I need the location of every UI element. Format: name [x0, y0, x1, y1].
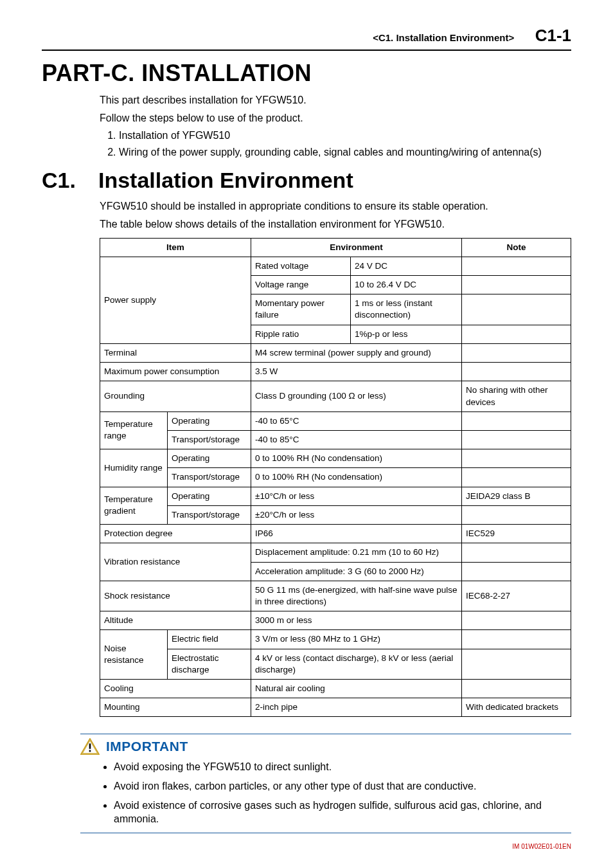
- cell-tgrad-label: Temperature gradient: [100, 487, 168, 524]
- important-item-3: Avoid existence of corrosive gases such …: [114, 799, 571, 826]
- cell-note: [462, 505, 571, 524]
- cell-hum-label: Humidity range: [100, 449, 168, 487]
- table-row: Power supply Rated voltage 24 V DC: [100, 257, 571, 275]
- cell-power-label: Power supply: [100, 257, 251, 343]
- part-step-1: Installation of YFGW510: [119, 129, 571, 143]
- cell-ripple-v: 1%p-p or less: [351, 325, 462, 343]
- cell-hum-op-k: Operating: [168, 449, 251, 468]
- cell-rated-voltage-k: Rated voltage: [251, 257, 351, 275]
- cell-note: [462, 562, 571, 581]
- cell-tgrad-ts-v: ±20°C/h or less: [251, 505, 462, 524]
- cell-cool-k: Cooling: [100, 680, 251, 698]
- th-note: Note: [462, 238, 571, 257]
- cell-note: [462, 363, 571, 381]
- important-rule-top: [80, 734, 571, 734]
- cell-note: [462, 294, 571, 325]
- th-item: Item: [100, 238, 251, 257]
- cell-mount-v: 2-inch pipe: [251, 698, 462, 717]
- page-header: <C1. Installation Environment> C1-1: [42, 26, 571, 51]
- cell-tgrad-ts-k: Transport/storage: [168, 505, 251, 524]
- header-page-number: C1-1: [535, 26, 571, 45]
- section-p1: YFGW510 should be installed in appropria…: [100, 199, 571, 213]
- table-row: Grounding Class D grounding (100 Ω or le…: [100, 381, 571, 411]
- cell-note: [462, 611, 571, 630]
- cell-ground-note: No sharing with other devices: [462, 381, 571, 411]
- cell-voltage-range-k: Voltage range: [251, 276, 351, 294]
- table-row: Temperature gradient Operating ±10°C/h o…: [100, 487, 571, 505]
- part-steps-list: Installation of YFGW510 Wiring of the po…: [100, 129, 571, 159]
- cell-noise-esd-v: 4 kV or less (contact discharge), 8 kV o…: [251, 649, 462, 679]
- cell-note: [462, 343, 571, 362]
- section-number: C1.: [42, 168, 98, 193]
- cell-maxpc-k: Maximum power consumption: [100, 363, 251, 381]
- environment-table: Item Environment Note Power supply Rated…: [100, 238, 571, 718]
- cell-tgrad-op-k: Operating: [168, 487, 251, 505]
- cell-vib-v2: Acceleration amplitude: 3 G (60 to 2000 …: [251, 562, 462, 581]
- table-row: Humidity range Operating 0 to 100% RH (N…: [100, 449, 571, 468]
- cell-hum-ts-k: Transport/storage: [168, 468, 251, 487]
- cell-note: [462, 630, 571, 649]
- cell-prot-k: Protection degree: [100, 525, 251, 543]
- cell-vib-k: Vibration resistance: [100, 543, 251, 581]
- header-chapter-ref: <C1. Installation Environment>: [373, 32, 514, 43]
- cell-maxpc-v: 3.5 W: [251, 363, 462, 381]
- th-environment: Environment: [251, 238, 462, 257]
- table-row: Protection degree IP66 IEC529: [100, 525, 571, 543]
- cell-terminal-k: Terminal: [100, 343, 251, 362]
- cell-noise-label: Noise resistance: [100, 630, 168, 680]
- table-row: Noise resistance Electric field 3 V/m or…: [100, 630, 571, 649]
- cell-note: [462, 430, 571, 449]
- cell-tgrad-op-v: ±10°C/h or less: [251, 487, 462, 505]
- cell-temp-op-k: Operating: [168, 411, 251, 430]
- table-header-row: Item Environment Note: [100, 238, 571, 257]
- part-intro-2: Follow the steps below to use of the pro…: [100, 111, 571, 125]
- cell-noise-ef-v: 3 V/m or less (80 MHz to 1 GHz): [251, 630, 462, 649]
- table-row: Terminal M4 screw terminal (power supply…: [100, 343, 571, 362]
- cell-voltage-range-v: 10 to 26.4 V DC: [351, 276, 462, 294]
- table-row: Temperature range Operating -40 to 65°C: [100, 411, 571, 430]
- table-row: Cooling Natural air cooling: [100, 680, 571, 698]
- important-item-1: Avoid exposing the YFGW510 to direct sun…: [114, 760, 571, 774]
- cell-momentary-v: 1 ms or less (instant disconnection): [351, 294, 462, 325]
- cell-note: [462, 543, 571, 562]
- cell-temp-label: Temperature range: [100, 411, 168, 449]
- table-row: Maximum power consumption 3.5 W: [100, 363, 571, 381]
- cell-tgrad-op-note: JEIDA29 class B: [462, 487, 571, 505]
- cell-terminal-v: M4 screw terminal (power supply and grou…: [251, 343, 462, 362]
- cell-prot-note: IEC529: [462, 525, 571, 543]
- table-row: Mounting 2-inch pipe With dedicated brac…: [100, 698, 571, 717]
- part-intro-1: This part describes installation for YFG…: [100, 93, 571, 107]
- cell-note: [462, 649, 571, 679]
- cell-hum-op-v: 0 to 100% RH (No condensation): [251, 449, 462, 468]
- important-callout: IMPORTANT Avoid exposing the YFGW510 to …: [80, 734, 571, 833]
- cell-note: [462, 325, 571, 343]
- cell-note: [462, 276, 571, 294]
- cell-ripple-k: Ripple ratio: [251, 325, 351, 343]
- part-title: PART-C. INSTALLATION: [42, 60, 571, 87]
- cell-vib-v1: Displacement amplitude: 0.21 mm (10 to 6…: [251, 543, 462, 562]
- section-heading: C1.Installation Environment: [42, 168, 571, 193]
- cell-prot-v: IP66: [251, 525, 462, 543]
- svg-rect-3: [89, 750, 91, 752]
- cell-hum-ts-v: 0 to 100% RH (No condensation): [251, 468, 462, 487]
- cell-noise-esd-k: Electrostatic discharge: [168, 649, 251, 679]
- cell-shock-note: IEC68-2-27: [462, 581, 571, 611]
- cell-temp-ts-v: -40 to 85°C: [251, 430, 462, 449]
- cell-ground-k: Grounding: [100, 381, 251, 411]
- table-row: Transport/storage ±20°C/h or less: [100, 505, 571, 524]
- cell-note: [462, 468, 571, 487]
- cell-note: [462, 411, 571, 430]
- table-row: Transport/storage -40 to 85°C: [100, 430, 571, 449]
- warning-triangle-icon: [80, 738, 100, 755]
- cell-note: [462, 257, 571, 275]
- important-rule-bottom: [80, 833, 571, 833]
- cell-rated-voltage-v: 24 V DC: [351, 257, 462, 275]
- important-label: IMPORTANT: [106, 739, 188, 754]
- cell-cool-v: Natural air cooling: [251, 680, 462, 698]
- part-step-2: Wiring of the power supply, grounding ca…: [119, 145, 571, 159]
- cell-mount-note: With dedicated brackets: [462, 698, 571, 717]
- cell-note: [462, 680, 571, 698]
- cell-noise-ef-k: Electric field: [168, 630, 251, 649]
- section-p2: The table below shows details of the ins…: [100, 217, 571, 231]
- table-row: Transport/storage 0 to 100% RH (No conde…: [100, 468, 571, 487]
